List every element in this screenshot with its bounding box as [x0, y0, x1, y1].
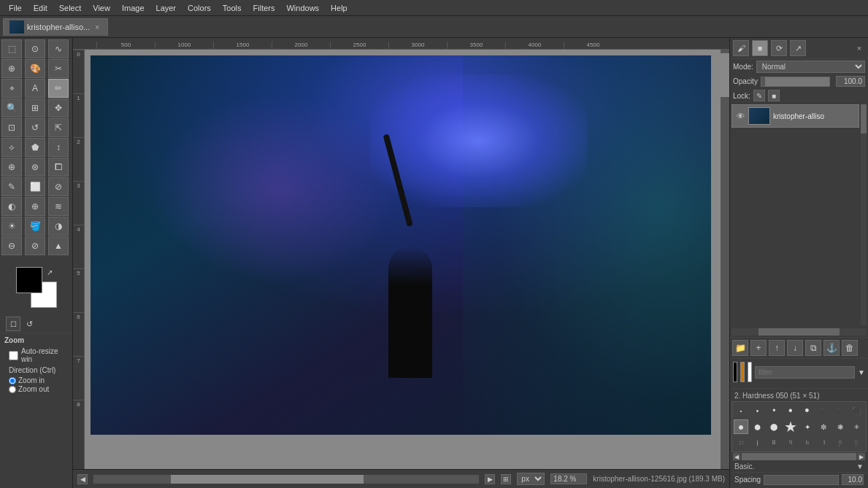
layers-scrollbar-thumb[interactable]: [861, 104, 867, 133]
tool-flip[interactable]: ↕: [48, 138, 69, 157]
tool-move[interactable]: ✥: [48, 98, 69, 117]
filter-input[interactable]: [755, 366, 855, 379]
tool-crop[interactable]: ⊡: [1, 118, 22, 137]
lock-pixels-button[interactable]: ■: [768, 90, 780, 101]
menu-select[interactable]: Select: [53, 2, 88, 14]
image-tab[interactable]: kristopher-alliso... ×: [3, 18, 108, 36]
brush-item[interactable]: •: [783, 403, 798, 418]
color-swatch-white[interactable]: [748, 362, 752, 382]
zoom-in-radio[interactable]: [9, 377, 16, 384]
nav-right-button[interactable]: ▶: [485, 474, 495, 484]
brush-item[interactable]: •: [750, 403, 765, 418]
tool-scale[interactable]: ⇱: [48, 118, 69, 137]
foreground-color-swatch[interactable]: [16, 267, 42, 293]
move-layer-down-button[interactable]: ↓: [787, 340, 803, 356]
tool-eyedropper[interactable]: ⊘: [25, 236, 45, 255]
move-layer-up-button[interactable]: ↑: [769, 340, 785, 356]
menu-image[interactable]: Image: [116, 2, 150, 14]
brush-horizontal-scrollbar[interactable]: ◀ ▶: [733, 453, 865, 460]
vertical-scrollbar-thumb[interactable]: [721, 53, 729, 97]
brush-item[interactable]: ⬛: [816, 403, 831, 418]
zoom-display[interactable]: 18.2 %: [550, 473, 587, 484]
swap-colors-icon[interactable]: ↗: [47, 268, 55, 277]
panel-icon-export[interactable]: ↗: [790, 40, 806, 56]
new-layer-button[interactable]: +: [750, 340, 767, 356]
layer-item[interactable]: 👁 kristopher-alliso: [731, 104, 859, 128]
unit-select[interactable]: px % cm: [517, 473, 545, 485]
brush-item[interactable]: •: [734, 403, 748, 418]
brush-item[interactable]: •: [800, 403, 815, 418]
brush-item[interactable]: ⠿: [767, 435, 781, 450]
tool-clone2[interactable]: ⊕: [25, 197, 45, 216]
quick-mask-button[interactable]: ☐: [6, 317, 20, 331]
spacing-slider[interactable]: [764, 475, 839, 485]
brush-scroll-thumb[interactable]: [742, 453, 856, 460]
opacity-value[interactable]: 100.0: [836, 76, 865, 87]
tool-shear[interactable]: ⟡: [1, 138, 22, 157]
menu-view[interactable]: View: [87, 2, 116, 14]
brush-item[interactable]: ✼: [816, 419, 831, 434]
tool-perspective2[interactable]: ⧠: [48, 158, 69, 177]
brush-category-dropdown-icon[interactable]: ▼: [856, 462, 864, 470]
canvas-container[interactable]: [85, 50, 721, 469]
spacing-value[interactable]: 10.0: [842, 474, 864, 485]
tool-lasso[interactable]: ∿: [48, 39, 69, 58]
menu-edit[interactable]: Edit: [28, 2, 53, 14]
tool-airbrush[interactable]: ⊘: [48, 177, 69, 196]
lock-alpha-button[interactable]: ✎: [753, 90, 765, 101]
tool-bucket[interactable]: 🪣: [25, 217, 45, 236]
reset-colors-icon[interactable]: ↺: [23, 318, 35, 330]
tool-rotate[interactable]: ↺: [25, 118, 45, 137]
tool-paths[interactable]: ⌖: [1, 79, 22, 98]
brush-item[interactable]: ✦: [800, 419, 815, 434]
tool-text[interactable]: A: [25, 79, 45, 98]
menu-windows[interactable]: Windows: [280, 2, 325, 14]
nav-corner-button[interactable]: ⊞: [501, 474, 511, 484]
tool-colorpicker[interactable]: ▲: [48, 236, 69, 255]
panel-icon-history[interactable]: ⟳: [771, 40, 787, 56]
brush-item[interactable]: ⠻: [783, 435, 798, 450]
brush-item[interactable]: ⠸: [816, 435, 831, 450]
brush-item[interactable]: ★: [783, 419, 798, 434]
brush-scroll-right[interactable]: ▶: [858, 453, 865, 460]
menu-tools[interactable]: Tools: [217, 2, 247, 14]
tool-color-select[interactable]: 🎨: [25, 59, 45, 78]
zoom-out-radio[interactable]: [9, 386, 16, 393]
tool-dodge[interactable]: ☀: [1, 217, 22, 236]
tool-smudge[interactable]: ≋: [48, 197, 69, 216]
menu-file[interactable]: File: [3, 2, 28, 14]
tool-ink[interactable]: ◐: [1, 197, 22, 216]
tool-select-rect[interactable]: ⬚: [1, 39, 22, 58]
tool-scissors[interactable]: ✂: [48, 59, 69, 78]
nav-left-button[interactable]: ◀: [77, 474, 88, 484]
tool-select-ellipse[interactable]: ⊙: [25, 39, 45, 58]
brush-scroll-left[interactable]: ◀: [733, 453, 740, 460]
brush-item[interactable]: ●: [750, 419, 765, 434]
panel-icon-paintbrush[interactable]: 🖌: [733, 40, 749, 56]
brush-item[interactable]: ❋: [833, 419, 848, 434]
menu-filters[interactable]: Filters: [247, 2, 281, 14]
auto-resize-checkbox[interactable]: [9, 351, 18, 360]
tool-paint[interactable]: ✏: [48, 79, 69, 98]
tool-zoom[interactable]: 🔍: [1, 98, 22, 117]
brush-item[interactable]: ●: [767, 419, 781, 434]
horizontal-scrollbar-thumb[interactable]: [171, 475, 364, 484]
duplicate-layer-button[interactable]: ⧉: [805, 340, 821, 356]
delete-layer-button[interactable]: 🗑: [842, 340, 858, 356]
brush-item[interactable]: ∷: [734, 435, 748, 450]
menu-layer[interactable]: Layer: [150, 2, 183, 14]
tool-perspective[interactable]: ⬟: [25, 138, 45, 157]
panel-icon-layer[interactable]: ■: [752, 40, 768, 56]
anchor-layer-button[interactable]: ⚓: [823, 340, 840, 356]
menu-colors[interactable]: Colors: [182, 2, 217, 14]
brush-item[interactable]: ⣿: [849, 435, 864, 450]
tab-close-button[interactable]: ×: [93, 23, 101, 31]
tool-heal[interactable]: ⊛: [25, 158, 45, 177]
brush-item[interactable]: ⁞: [750, 435, 765, 450]
horizontal-scrollbar[interactable]: [93, 475, 479, 484]
tool-eraser[interactable]: ⬜: [25, 177, 45, 196]
brush-item[interactable]: ⠷: [800, 435, 815, 450]
panel-close-button[interactable]: ×: [853, 42, 865, 54]
brush-item[interactable]: •: [767, 403, 781, 418]
panel-scrollbar-thumb[interactable]: [758, 328, 840, 336]
